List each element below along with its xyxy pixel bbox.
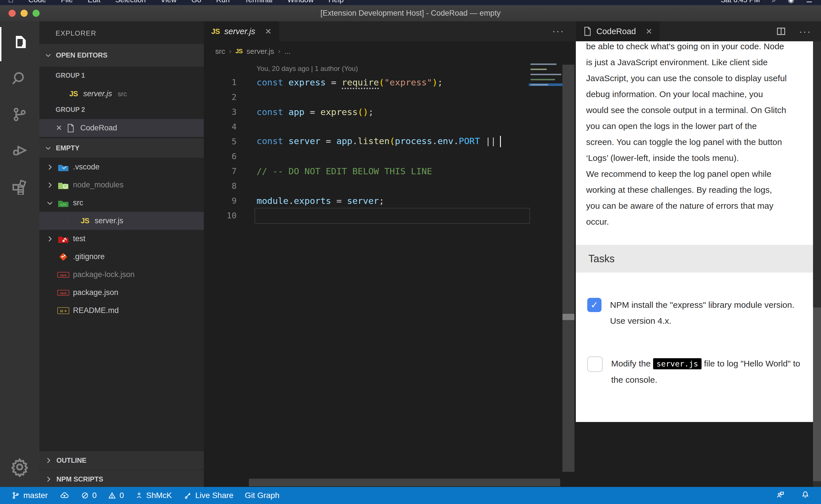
- minimap-line: [530, 79, 555, 80]
- status-label: ShMcK: [146, 491, 172, 500]
- coderoad-webview: be able to check what's going on in your…: [576, 41, 813, 422]
- menu-item-file[interactable]: File: [61, 0, 73, 4]
- status-0[interactable]: 0: [81, 491, 97, 500]
- menu-item-go[interactable]: Go: [191, 0, 201, 4]
- status-feedback-button[interactable]: [775, 490, 785, 501]
- open-editor-item-server.js[interactable]: JSserver.jssrc: [39, 85, 204, 103]
- code-line-3[interactable]: 3const app = express();: [204, 105, 529, 119]
- task-checkbox[interactable]: ✓: [587, 298, 601, 312]
- feedback-icon: [775, 490, 785, 499]
- status-live-share[interactable]: Live Share: [183, 491, 234, 500]
- line-number: 10: [204, 211, 237, 220]
- close-tab-icon[interactable]: ✕: [265, 27, 271, 36]
- horizontal-scrollbar[interactable]: [249, 479, 560, 486]
- menu-item-window[interactable]: Window: [287, 0, 314, 4]
- project-section-header[interactable]: EMPTY: [39, 138, 204, 158]
- control-center-icon[interactable]: ☰: [806, 0, 812, 4]
- line-number: 4: [204, 122, 237, 132]
- minimap-line: [530, 74, 561, 75]
- menu-item-edit[interactable]: Edit: [88, 0, 101, 4]
- code-line-8[interactable]: 8: [204, 179, 529, 193]
- panel-more-actions-button[interactable]: ···: [799, 26, 811, 37]
- bell-icon: [801, 490, 810, 499]
- file-icon-holder: npm: [57, 288, 70, 298]
- code-line-2[interactable]: 2: [204, 90, 529, 105]
- breadcrumb[interactable]: src›JSserver.js›...: [215, 45, 291, 58]
- status-bell-button[interactable]: [801, 490, 810, 501]
- minimap[interactable]: [529, 63, 562, 120]
- status-cloud-up[interactable]: [59, 491, 70, 500]
- code-line-1[interactable]: 1const express = require("express");: [204, 75, 529, 90]
- tree-item-package-lockjson[interactable]: npmpackage-lock.json: [39, 266, 204, 284]
- npm-file-icon: npm: [57, 271, 70, 278]
- activity-search-button[interactable]: [0, 60, 39, 97]
- tree-item-gitignore[interactable]: .gitignore: [39, 248, 204, 266]
- code-text: const express = require("express");: [257, 77, 443, 87]
- code-line-7[interactable]: 7// -- DO NOT EDIT BELOW THIS LINE: [204, 164, 529, 179]
- menu-item-run[interactable]: Run: [216, 0, 230, 4]
- split-editor-icon[interactable]: [776, 26, 786, 36]
- status-0[interactable]: 0: [108, 491, 124, 500]
- menu-item-view[interactable]: View: [160, 0, 176, 4]
- file-icon-holder: JS: [67, 89, 80, 99]
- open-editors-header[interactable]: OPEN EDITORS: [39, 44, 204, 67]
- status-git-graph[interactable]: Git Graph: [245, 491, 279, 500]
- tab-server-js[interactable]: JS server.js ✕: [204, 21, 279, 41]
- menu-item-help[interactable]: Help: [328, 0, 344, 4]
- breadcrumb-item[interactable]: server.js: [247, 47, 274, 56]
- tree-item-vscode[interactable]: .vscode: [39, 158, 204, 176]
- vertical-scrollbar[interactable]: [562, 65, 574, 472]
- editor-more-actions-button[interactable]: ···: [552, 25, 564, 36]
- status-master[interactable]: master: [11, 491, 48, 500]
- task-checkbox[interactable]: [587, 357, 602, 372]
- code-line-6[interactable]: 6: [204, 149, 529, 164]
- lesson-text-line: working at these challenges. By reading …: [586, 182, 806, 198]
- apple-logo-icon[interactable]: : [8, 0, 14, 4]
- lesson-text-line: We recommend to keep the log panel open …: [586, 166, 806, 182]
- npm-file-icon: npm: [57, 289, 70, 296]
- activity-source-control-button[interactable]: [0, 96, 39, 133]
- open-editor-item-coderoad[interactable]: ✕CodeRoad: [39, 119, 204, 137]
- webview-scrollbar-handle[interactable]: [813, 308, 821, 481]
- vscode-folder-icon: [58, 163, 69, 172]
- tree-item-node_modules[interactable]: JSnode_modules: [39, 176, 204, 194]
- close-tab-icon[interactable]: ✕: [646, 27, 652, 36]
- tree-item-label: test: [73, 234, 85, 243]
- siri-icon[interactable]: ◉: [788, 0, 794, 4]
- webview-scrollbar[interactable]: [813, 41, 821, 504]
- settings-gear-button[interactable]: [0, 448, 39, 485]
- spotlight-icon[interactable]: ⌕: [772, 0, 776, 4]
- section-npm-scripts[interactable]: NPM SCRIPTS: [39, 470, 204, 487]
- tree-item-serverjs[interactable]: JSserver.js: [39, 212, 204, 230]
- svg-text:JS: JS: [64, 185, 67, 188]
- code-line-9[interactable]: 9module.exports = server;: [204, 193, 529, 208]
- tree-item-src[interactable]: </>src: [39, 194, 204, 212]
- menu-clock: Sat 6:45 PM: [721, 0, 760, 4]
- activity-bar: [0, 21, 39, 487]
- close-editor-icon[interactable]: ✕: [56, 124, 62, 132]
- code-line-4[interactable]: 4: [204, 119, 529, 134]
- status-shmck[interactable]: ShMcK: [135, 491, 172, 500]
- activity-extensions-button[interactable]: [0, 168, 39, 205]
- chevron-right-icon: [45, 181, 55, 189]
- codelens-annotation[interactable]: You, 20 days ago | 1 author (You): [257, 65, 358, 73]
- lesson-text-line: be able to check what's going on in your…: [586, 41, 806, 54]
- menu-item-selection[interactable]: Selection: [115, 0, 146, 4]
- breadcrumb-item[interactable]: src: [215, 47, 225, 56]
- gitignore-icon: [58, 252, 68, 262]
- tab-coderoad[interactable]: CodeRoad ✕: [576, 21, 660, 41]
- tree-item-packagejson[interactable]: npmpackage.json: [39, 284, 204, 302]
- activity-run-debug-button[interactable]: [0, 132, 39, 169]
- code-text: const server = app.listen(process.env.PO…: [257, 136, 501, 147]
- status-label: Live Share: [195, 491, 234, 500]
- menu-item-terminal[interactable]: Terminal: [245, 0, 273, 4]
- activity-files-button[interactable]: [0, 24, 39, 61]
- tree-item-test[interactable]: test: [39, 230, 204, 248]
- tree-item-READMEmd[interactable]: MREADME.md: [39, 302, 204, 319]
- section-outline[interactable]: OUTLINE: [39, 451, 204, 470]
- chevron-right-icon: [45, 235, 55, 243]
- code-line-5[interactable]: 5const server = app.listen(process.env.P…: [204, 134, 529, 149]
- breadcrumb-item[interactable]: ...: [284, 47, 291, 56]
- code-text: const app = express();: [257, 107, 374, 117]
- menu-item-code[interactable]: Code: [28, 0, 46, 4]
